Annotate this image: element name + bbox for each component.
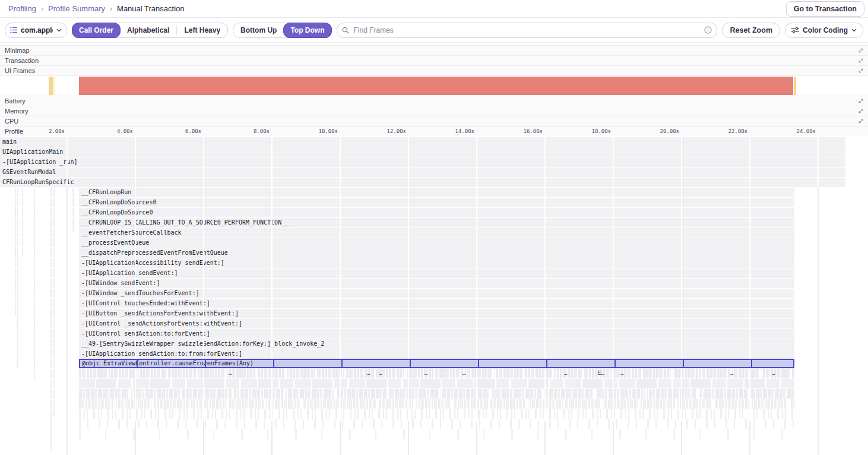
flame-frame[interactable]: main	[0, 137, 845, 147]
section-header-battery[interactable]: Battery	[0, 96, 868, 106]
flame-frame[interactable]: __CFRunLoopRun	[79, 188, 794, 197]
sorting-segmented-control: Call OrderAlphabeticalLeft Heavy	[72, 23, 228, 38]
flame-frame[interactable]: -[UIWindow sendEvent:]	[79, 279, 794, 288]
flame-frame[interactable]: -[UIApplication sendEvent:]	[79, 268, 794, 278]
breadcrumb: Profiling›Profile Summary›Manual Transac…	[5, 4, 185, 13]
section-header-minimap[interactable]: Minimap	[0, 45, 868, 55]
search-input[interactable]	[353, 26, 701, 35]
flame-frame[interactable]: -[UIControl _sendActionsForEvents:withEv…	[79, 319, 794, 328]
expand-section-icon[interactable]	[859, 119, 863, 124]
axis-tick: 16.00s	[523, 127, 543, 137]
truncated-frame-label: E…	[598, 370, 604, 376]
time-gridline	[544, 136, 546, 455]
reset-zoom-button[interactable]: Reset Zoom	[722, 23, 780, 38]
flame-frame[interactable]: GSEventRunModal	[0, 168, 845, 177]
direction-option-top-down[interactable]: Top Down	[283, 23, 331, 38]
frozen-frame-bar[interactable]	[79, 77, 793, 95]
truncated-frame-label: …	[367, 370, 370, 376]
thin-stack-column[interactable]	[15, 188, 16, 315]
section-header-cpu[interactable]: CPU	[0, 116, 868, 126]
breadcrumb-link[interactable]: Profiling	[8, 4, 36, 13]
dense-frame-row[interactable]: ………………E…………	[79, 369, 794, 378]
thin-stack-column[interactable]	[50, 188, 52, 452]
flame-frame[interactable]: __CFRunLoopDoSources0	[79, 198, 794, 207]
color-coding-dropdown[interactable]: Color Coding	[785, 23, 863, 38]
section-label: Minimap	[5, 46, 30, 56]
search-icon	[342, 27, 349, 34]
axis-tick: 4.00s	[117, 127, 133, 137]
selection-segment-border	[137, 359, 138, 368]
chevron-down-icon	[56, 29, 62, 32]
slow-frame-bar[interactable]	[49, 77, 53, 95]
selection-segment-border	[546, 359, 547, 368]
breadcrumb-separator: ›	[41, 5, 43, 13]
thread-selector-value: com.apple....	[21, 26, 53, 34]
breadcrumb-link[interactable]: Profile Summary	[48, 4, 105, 13]
thin-stack-column[interactable]	[34, 188, 35, 381]
expand-section-icon[interactable]	[859, 48, 863, 53]
section-header-memory[interactable]: Memory	[0, 106, 868, 116]
flame-frame[interactable]: -[UIWindow _sendTouchesForEvent:]	[79, 289, 794, 298]
find-frames-search	[337, 23, 718, 38]
flame-frame[interactable]: CFRunLoopRunSpecific	[0, 178, 845, 187]
sort-option-alphabetical[interactable]: Alphabetical	[120, 23, 176, 38]
flame-canvas: ………………E………… mainUIApplicationMain-[UIApp…	[0, 136, 868, 455]
color-coding-label: Color Coding	[803, 26, 848, 34]
sliders-icon	[791, 27, 799, 33]
dense-frame-row[interactable]	[79, 379, 794, 388]
flame-frame[interactable]: -[UIControl sendAction:to:forEvent:]	[79, 329, 794, 339]
selection-segment-border	[410, 359, 411, 368]
section-label: Profile	[5, 127, 23, 137]
flame-frame[interactable]: -[UIButton _sendActionsForEvents:withEve…	[79, 309, 794, 318]
section-label: UI Frames	[5, 66, 35, 76]
thin-stack-column[interactable]	[17, 188, 18, 369]
selected-flame-frame[interactable]: @objc ExtraViewController.causeFrozenFra…	[79, 359, 794, 368]
flame-frame[interactable]: -[UIApplicationAccessibility sendEvent:]	[79, 258, 794, 268]
truncated-frame-label: …	[462, 370, 465, 376]
flame-frame[interactable]: -[UIControl touchesEnded:withEvent:]	[79, 299, 794, 308]
slow-frame-bar[interactable]	[53, 77, 55, 95]
expand-section-icon[interactable]	[859, 58, 863, 63]
truncated-frame-label: …	[229, 370, 232, 376]
expand-section-icon[interactable]	[859, 109, 863, 113]
section-header-transaction[interactable]: Transaction	[0, 55, 868, 65]
flame-frame[interactable]: __CFRUNLOOP_IS_CALLING_OUT_TO_A_SOURCE0_…	[79, 218, 794, 228]
flame-frame[interactable]: -[UIApplication _run]	[0, 157, 845, 167]
sort-option-left-heavy[interactable]: Left Heavy	[177, 23, 227, 38]
expand-section-icon[interactable]	[859, 99, 863, 103]
dense-frame-row[interactable]	[79, 399, 794, 409]
collapse-section-icon[interactable]	[859, 68, 863, 73]
section-header-profile[interactable]: Profile2.00s4.00s6.00s8.00s10.00s12.00s1…	[0, 126, 868, 136]
flame-frame[interactable]: __dispatchPreprocessedEventFromEventQueu…	[79, 248, 794, 258]
thin-stack-column[interactable]	[53, 188, 55, 416]
truncated-frame-label: …	[730, 370, 733, 376]
flame-frame[interactable]: __CFRunLoopDoSource0	[79, 208, 794, 217]
truncated-frame-label: …	[564, 370, 567, 376]
selection-segment-border	[478, 359, 479, 368]
flame-frame[interactable]: -[UIApplication sendAction:to:from:forEv…	[79, 349, 794, 359]
truncated-frame-label: …	[425, 370, 427, 376]
thin-stack-column[interactable]	[22, 188, 23, 256]
page-header: Profiling›Profile Summary›Manual Transac…	[0, 0, 868, 18]
thread-selector[interactable]: com.apple....	[5, 23, 67, 38]
flame-frame[interactable]: __49-[SentrySwizzleWrapper swizzleSendAc…	[79, 339, 794, 349]
dense-frame-row[interactable]	[79, 389, 794, 399]
direction-option-bottom-up[interactable]: Bottom Up	[233, 23, 284, 38]
slow-frame-bar[interactable]	[794, 77, 796, 95]
dense-frame-row[interactable]	[79, 409, 794, 419]
sort-option-call-order[interactable]: Call Order	[72, 23, 121, 38]
flame-frame[interactable]: __eventFetcherSourceCallback	[79, 228, 794, 238]
truncated-frame-label: …	[772, 370, 775, 376]
thin-stack-column[interactable]	[72, 188, 74, 232]
time-gridline	[66, 136, 68, 455]
flame-frame[interactable]: UIApplicationMain	[0, 147, 845, 157]
info-icon[interactable]	[704, 26, 712, 34]
dense-frame-row[interactable]	[79, 429, 794, 439]
time-gridline	[135, 136, 136, 455]
dense-frame-row[interactable]	[79, 419, 794, 429]
section-header-ui-frames[interactable]: UI Frames	[0, 65, 868, 75]
truncated-frame-label: …	[620, 370, 623, 376]
axis-tick: 8.00s	[254, 127, 270, 137]
go-to-transaction-button[interactable]: Go to Transaction	[786, 1, 864, 17]
flame-frame[interactable]: __processEventQueue	[79, 238, 794, 248]
